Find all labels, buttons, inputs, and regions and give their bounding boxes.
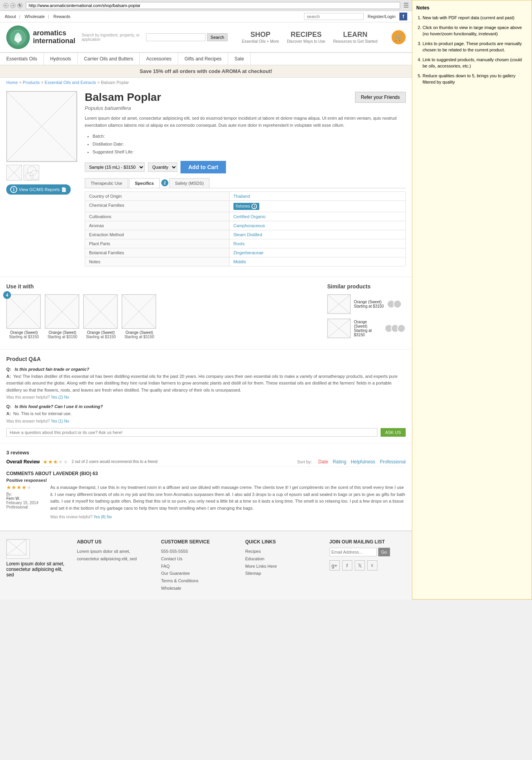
wholesale-link[interactable]: Wholesale <box>25 14 49 19</box>
tab-therapeutic[interactable]: Therapeutic Use <box>85 178 128 188</box>
product-image-placeholder-svg <box>7 91 77 161</box>
list-item: Orange (Sweet) Starting at $3150 <box>83 294 118 339</box>
nav-gifts[interactable]: Gifts and Recipes <box>178 53 228 65</box>
email-input[interactable] <box>330 548 377 556</box>
helpful-no-2[interactable]: No <box>64 419 69 423</box>
footer-terms-link[interactable]: Terms & Conditions <box>161 577 238 585</box>
about-link[interactable]: About <box>5 14 20 19</box>
product-info: Balsam Poplar Refer your Friends Populus… <box>85 91 406 273</box>
footer-faq-link[interactable]: FAQ <box>161 563 238 570</box>
footer-more-link[interactable]: More Links Here <box>245 563 322 570</box>
cart-icon[interactable]: 🛒 <box>392 30 406 44</box>
specifics-label-origin: Country of Origin <box>85 191 230 200</box>
nav-accessories[interactable]: Accessories <box>140 53 178 65</box>
sort-professional[interactable]: Professional <box>380 459 406 465</box>
nav-carrier[interactable]: Carrier Oils and Butters <box>78 53 140 65</box>
specifics-value-chemical: Ketones 4 <box>229 200 405 212</box>
qa-input[interactable] <box>6 428 377 437</box>
nav-essentials[interactable]: Essentials Oils <box>0 53 44 65</box>
reviews-section: 3 reviews Overall Review ★★★★★ 2 out of … <box>0 443 412 530</box>
specifics-label-cultivation: Cultivations <box>85 212 230 221</box>
helpful-yes-2[interactable]: Yes (1) <box>51 419 63 423</box>
footer-education-link[interactable]: Education <box>245 555 322 563</box>
footer-guarantee-link[interactable]: Our Guarantee <box>161 570 238 577</box>
ask-us-button[interactable]: ASK US <box>381 428 406 437</box>
rewards-link[interactable]: Rewards <box>53 14 70 19</box>
sort-helpfulness[interactable]: Helpfulness <box>351 459 375 465</box>
thumbnail-1[interactable] <box>6 165 22 180</box>
plant-link[interactable]: Roots <box>233 241 245 246</box>
thumbnail-2[interactable] <box>24 165 39 180</box>
breadcrumb-products[interactable]: Products <box>23 80 40 85</box>
top-search-input[interactable] <box>304 13 364 20</box>
product-thumb-image-3[interactable] <box>83 294 118 329</box>
footer-recipes-link[interactable]: Recipes <box>245 548 322 555</box>
product-thumb-image-4[interactable] <box>122 294 156 329</box>
nav-sale[interactable]: Sale <box>228 53 251 65</box>
svg-point-10 <box>26 172 33 180</box>
add-to-cart-button[interactable]: Add to Cart <box>180 161 226 173</box>
facebook-icon[interactable]: f <box>399 13 407 20</box>
footer-sitemap-link[interactable]: Sitemap <box>245 570 322 577</box>
go-button[interactable]: Go <box>378 548 390 556</box>
sort-date[interactable]: Date <box>318 459 328 465</box>
tab-badge: 2 <box>161 179 168 186</box>
forward-btn[interactable]: → <box>10 3 16 8</box>
product-thumb-image-2[interactable] <box>45 294 79 329</box>
product-price-3: Starting at $3150 <box>83 335 118 339</box>
notes-list: New tab with PDF report data (current an… <box>416 15 528 86</box>
ketones-link[interactable]: Ketones <box>236 204 250 208</box>
learn-nav[interactable]: LEARN Resources to Get Started <box>333 31 377 44</box>
size-selector[interactable]: Sample (15 mL) - $3150 <box>85 162 145 172</box>
similar-thumb-1[interactable] <box>327 294 351 314</box>
breadcrumb-home[interactable]: Home <box>6 80 18 85</box>
similar-thumb-2[interactable] <box>327 319 351 338</box>
recipes-nav[interactable]: RECIPES Discover Ways to Use <box>287 31 325 44</box>
quantity-selector[interactable]: Quantity <box>148 162 177 172</box>
extraction-link[interactable]: Steam Distilled <box>233 232 262 237</box>
ketones-badge[interactable]: Ketones 4 <box>233 203 260 210</box>
rss-icon[interactable]: ☓ <box>367 560 377 570</box>
browser-bar: ← → ↻ ☰ <box>0 0 412 11</box>
logo-text-area: aromaticsinternational <box>33 29 75 45</box>
aroma-link[interactable]: Camphoraceous <box>233 223 265 228</box>
review-helpful-yes[interactable]: Yes (8) <box>93 515 106 519</box>
review-helpful-no[interactable]: No <box>107 515 112 519</box>
footer-contact-link[interactable]: Contact Us <box>161 555 238 563</box>
notes-link[interactable]: Middle <box>233 259 246 264</box>
nav-sections: SHOP Essential Oils + More RECIPES Disco… <box>234 31 385 44</box>
product-thumb-image-1[interactable] <box>6 294 41 329</box>
footer-wholesale-link[interactable]: Wholesale <box>161 585 238 592</box>
url-bar[interactable] <box>26 2 400 9</box>
ketones-num: 4 <box>251 204 257 209</box>
product-main-image[interactable] <box>6 91 77 162</box>
product-tabs: Therapeutic Use Specifics 2 Safety (MSDS… <box>85 178 406 188</box>
twitter-icon[interactable]: 𝕏 <box>355 560 365 570</box>
distillation-info: Distillation Date: <box>93 140 406 148</box>
helpful-yes-1[interactable]: Yes (2) <box>51 395 63 399</box>
gcms-button[interactable]: 1 View GC/MS Reports 📄 <box>6 184 71 195</box>
back-btn[interactable]: ← <box>3 3 9 8</box>
nav-hydrosols[interactable]: Hydrosols <box>44 53 78 65</box>
facebook-social-icon[interactable]: f <box>342 560 352 570</box>
specifics-label-aroma: Aromas <box>85 221 230 230</box>
sort-rating[interactable]: Rating <box>333 459 346 465</box>
search-button[interactable]: Search <box>207 33 228 41</box>
refresh-btn[interactable]: ↻ <box>17 3 23 8</box>
botanical-link[interactable]: Zingerberaceae <box>233 250 264 255</box>
shop-nav[interactable]: SHOP Essential Oils + More <box>242 31 279 44</box>
logo-icon <box>10 29 26 45</box>
footer-about-desc: Lorem ipsum dolor sit amet, consectetur … <box>77 548 153 562</box>
top-right: Register/Login f <box>304 13 407 20</box>
breadcrumb-essential-oils[interactable]: Essential Oils and Extracts <box>45 80 96 85</box>
origin-link[interactable]: Thailand <box>233 194 250 199</box>
header-search-input[interactable] <box>146 33 206 41</box>
cultivation-link[interactable]: Certified Organic <box>233 214 266 219</box>
register-login-link[interactable]: Register/Login <box>368 14 395 19</box>
helpful-no-1[interactable]: No <box>64 395 69 399</box>
refer-friends-button[interactable]: Refer your Friends <box>355 92 406 103</box>
tab-specifics[interactable]: Specifics <box>129 178 160 188</box>
tab-safety[interactable]: Safety (MSDS) <box>169 178 210 188</box>
menu-icon[interactable]: ☰ <box>403 2 409 9</box>
google-plus-icon[interactable]: g+ <box>330 560 340 570</box>
